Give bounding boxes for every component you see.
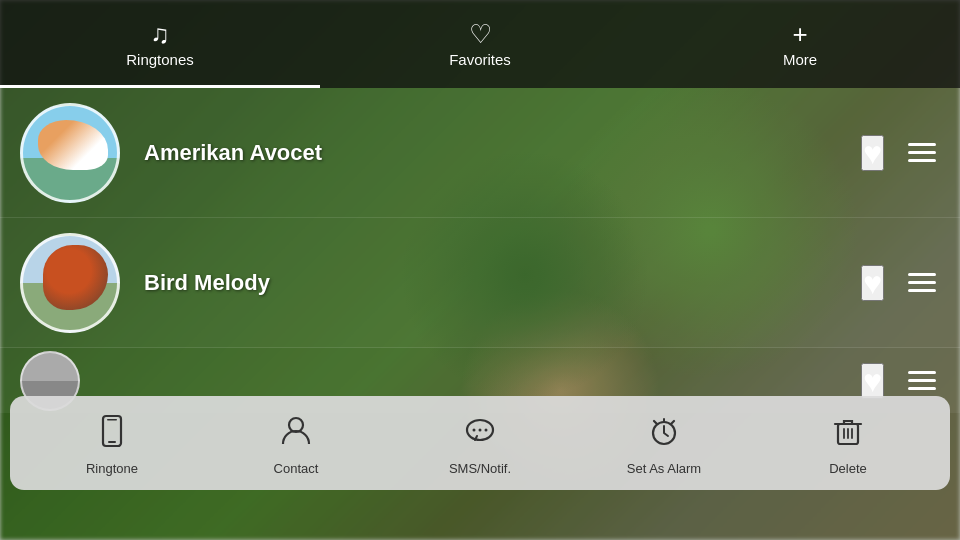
tab-favorites-label: Favorites xyxy=(449,51,511,68)
tab-bar: ♫ Ringtones ♡ Favorites + More xyxy=(0,0,960,88)
song-actions: ♥ xyxy=(861,363,940,399)
action-ringtone-label: Ringtone xyxy=(86,461,138,476)
tab-active-indicator xyxy=(0,85,320,88)
menu-line xyxy=(908,387,936,390)
svg-point-5 xyxy=(473,429,476,432)
svg-point-6 xyxy=(479,429,482,432)
svg-point-7 xyxy=(485,429,488,432)
menu-line xyxy=(908,159,936,162)
action-sms[interactable]: SMS/Notif. xyxy=(440,414,520,476)
song-title: Bird Melody xyxy=(144,270,861,296)
ringtone-icon xyxy=(95,414,129,453)
svg-rect-1 xyxy=(108,441,116,443)
action-ringtone[interactable]: Ringtone xyxy=(72,414,152,476)
menu-button[interactable] xyxy=(904,139,940,166)
song-item: Amerikan Avocet ♥ xyxy=(0,88,960,218)
action-alarm-label: Set As Alarm xyxy=(627,461,701,476)
action-contact-label: Contact xyxy=(274,461,319,476)
tab-ringtones-label: Ringtones xyxy=(126,51,194,68)
avatar xyxy=(20,103,120,203)
menu-line xyxy=(908,281,936,284)
sms-icon xyxy=(463,414,497,453)
tab-more[interactable]: + More xyxy=(640,0,960,88)
song-list: Amerikan Avocet ♥ Bird Melody ♥ xyxy=(0,88,960,413)
menu-line xyxy=(908,371,936,374)
action-alarm[interactable]: Set As Alarm xyxy=(624,414,704,476)
music-icon: ♫ xyxy=(150,21,170,47)
tab-favorites[interactable]: ♡ Favorites xyxy=(320,0,640,88)
action-sms-label: SMS/Notif. xyxy=(449,461,511,476)
plus-icon: + xyxy=(792,21,807,47)
song-title: Amerikan Avocet xyxy=(144,140,861,166)
song-actions: ♥ xyxy=(861,135,940,171)
heart-icon: ♡ xyxy=(469,21,492,47)
action-delete-label: Delete xyxy=(829,461,867,476)
menu-line xyxy=(908,151,936,154)
action-delete[interactable]: Delete xyxy=(808,414,888,476)
menu-line xyxy=(908,143,936,146)
song-actions: ♥ xyxy=(861,265,940,301)
tab-ringtones[interactable]: ♫ Ringtones xyxy=(0,0,320,88)
menu-line xyxy=(908,273,936,276)
favorite-button[interactable]: ♥ xyxy=(861,363,884,399)
alarm-icon xyxy=(647,414,681,453)
favorite-button[interactable]: ♥ xyxy=(861,135,884,171)
avatar xyxy=(20,233,120,333)
action-contact[interactable]: Contact xyxy=(256,414,336,476)
menu-button[interactable] xyxy=(904,367,940,394)
contact-icon xyxy=(279,414,313,453)
action-sheet-row: Ringtone Contact xyxy=(20,414,940,476)
menu-line xyxy=(908,379,936,382)
tab-more-label: More xyxy=(783,51,817,68)
song-item: Bird Melody ♥ xyxy=(0,218,960,348)
delete-icon xyxy=(831,414,865,453)
action-sheet: Ringtone Contact xyxy=(10,396,950,490)
menu-button[interactable] xyxy=(904,269,940,296)
favorite-button[interactable]: ♥ xyxy=(861,265,884,301)
svg-rect-2 xyxy=(107,419,117,421)
svg-point-3 xyxy=(289,418,303,432)
menu-line xyxy=(908,289,936,292)
